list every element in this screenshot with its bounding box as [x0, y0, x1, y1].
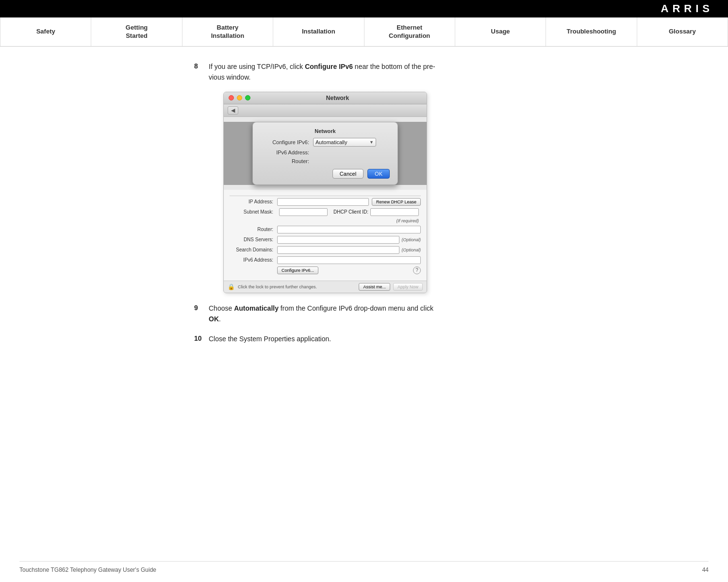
- search-domains-label: Search Domains:: [230, 247, 273, 252]
- nav-usage[interactable]: Usage: [455, 17, 546, 46]
- step-9: 9 Choose Automatically from the Configur…: [194, 303, 699, 325]
- step-10-text: Close the System Properties application.: [209, 333, 331, 344]
- screenshot-container: Network ◀ Network Configure IPv6: Automa…: [223, 92, 427, 293]
- step-10-number: 10: [194, 333, 209, 344]
- step-9-text-middle: from the Configure IPv6 drop-down menu a…: [279, 304, 433, 312]
- modal-title: Network: [261, 128, 390, 134]
- router-row: Router:: [230, 226, 421, 233]
- modal-configure-label: Configure IPv6:: [261, 139, 309, 145]
- step-8: 8 If you are using TCP/IPv6, click Confi…: [194, 61, 699, 83]
- router-field: [277, 226, 421, 233]
- nav-getting-started[interactable]: GettingStarted: [91, 17, 182, 46]
- search-domains-row: Search Domains: (Optional): [230, 246, 421, 254]
- nav-ethernet-configuration[interactable]: EthernetConfiguration: [364, 17, 455, 46]
- nav-battery-installation[interactable]: BatteryInstallation: [182, 17, 273, 46]
- modal-ipv6-address-row: IPv6 Address:: [261, 150, 390, 155]
- ip-address-field: [277, 198, 369, 206]
- footer-guide-title: Touchstone TG862 Telephony Gateway User'…: [19, 566, 156, 573]
- ipv6-address-row: IPv6 Address:: [230, 256, 421, 264]
- footer-page-number: 44: [702, 566, 709, 573]
- modal-buttons: Cancel OK: [261, 169, 390, 179]
- mac-minimize-button[interactable]: [237, 95, 242, 100]
- mac-nav-bar: ◀: [224, 104, 427, 117]
- router-label: Router:: [230, 227, 273, 232]
- footer: Touchstone TG862 Telephony Gateway User'…: [0, 561, 728, 573]
- dropdown-arrow-icon: ▼: [369, 140, 374, 145]
- ipv6-modal-overlay: Network Configure IPv6: Automatically ▼ …: [224, 122, 427, 185]
- modal-configure-value: Automatically: [315, 139, 347, 145]
- dns-servers-row: DNS Servers: (Optional): [230, 236, 421, 244]
- apply-now-button[interactable]: Apply Now: [393, 283, 423, 291]
- search-domains-field: [277, 246, 399, 254]
- step-9-bold-ok: OK: [209, 315, 219, 323]
- step-8-text: If you are using TCP/IPv6, click Configu…: [209, 61, 435, 83]
- dns-servers-label: DNS Servers:: [230, 237, 273, 242]
- subnet-mask-row: Subnet Mask: DHCP Client ID:: [230, 208, 421, 216]
- step-8-text-before: If you are using TCP/IPv6, click: [209, 63, 305, 70]
- footer-divider: [19, 561, 709, 562]
- step-9-bold: Automatically: [234, 304, 279, 312]
- mac-close-button[interactable]: [229, 95, 234, 100]
- step-9-text-after: .: [219, 315, 221, 323]
- lock-bar: 🔒 Click the lock to prevent further chan…: [224, 281, 427, 293]
- navigation: Safety GettingStarted BatteryInstallatio…: [0, 17, 728, 47]
- ip-address-row: IP Address: Renew DHCP Lease: [230, 198, 421, 206]
- step-9-text-before: Choose: [209, 304, 234, 312]
- nav-glossary[interactable]: Glossary: [637, 17, 728, 46]
- bottom-buttons: Assist me... Apply Now: [359, 283, 423, 291]
- modal-router-row: Router:: [261, 158, 390, 164]
- configure-ipv6-row: Configure IPv6... ?: [230, 266, 421, 274]
- step-10: 10 Close the System Properties applicati…: [194, 333, 699, 344]
- step-8-number: 8: [194, 61, 209, 83]
- arris-logo: ARRIS: [661, 2, 713, 15]
- step-8-bold: Configure IPv6: [305, 63, 353, 70]
- mac-titlebar: Network: [224, 92, 427, 104]
- if-required-row: (If required): [230, 218, 421, 223]
- ipv6-modal-sheet: Network Configure IPv6: Automatically ▼ …: [252, 122, 398, 185]
- section-divider: [230, 196, 421, 196]
- nav-battery-installation-label: BatteryInstallation: [211, 24, 245, 40]
- nav-safety[interactable]: Safety: [0, 17, 91, 46]
- dns-servers-field: [277, 236, 399, 244]
- ipv6-address-label: IPv6 Address:: [230, 257, 273, 263]
- modal-router-label: Router:: [261, 158, 309, 164]
- step-9-text: Choose Automatically from the Configure …: [209, 303, 433, 325]
- lock-bar-text: Click the lock to prevent further change…: [238, 284, 317, 289]
- lock-icon[interactable]: 🔒: [228, 283, 235, 290]
- modal-configure-dropdown[interactable]: Automatically ▼: [313, 138, 376, 147]
- subnet-mask-field: [279, 208, 328, 216]
- mac-maximize-button[interactable]: [245, 95, 250, 100]
- dhcp-client-id-field: [370, 208, 419, 216]
- assist-me-button[interactable]: Assist me...: [359, 283, 390, 291]
- help-circle-icon[interactable]: ?: [413, 266, 421, 274]
- subnet-mask-label: Subnet Mask:: [230, 209, 273, 215]
- ip-address-label: IP Address:: [230, 199, 273, 204]
- main-content: 8 If you are using TCP/IPv6, click Confi…: [0, 47, 728, 372]
- modal-configure-row: Configure IPv6: Automatically ▼: [261, 138, 390, 147]
- configure-ipv6-button[interactable]: Configure IPv6...: [277, 266, 318, 274]
- footer-content: Touchstone TG862 Telephony Gateway User'…: [19, 566, 709, 573]
- nav-ethernet-configuration-label: EthernetConfiguration: [389, 24, 430, 40]
- window-title: Network: [253, 95, 422, 101]
- network-settings-panel: IP Address: Renew DHCP Lease Subnet Mask…: [224, 190, 427, 281]
- renew-dhcp-button[interactable]: Renew DHCP Lease: [372, 198, 421, 206]
- modal-ok-button[interactable]: OK: [367, 169, 390, 179]
- modal-cancel-button[interactable]: Cancel: [332, 169, 364, 179]
- mac-back-button[interactable]: ◀: [228, 106, 238, 115]
- dns-optional-text: (Optional): [401, 237, 421, 242]
- nav-getting-started-label: GettingStarted: [126, 24, 148, 40]
- if-required-text: (If required): [396, 218, 419, 223]
- nav-installation[interactable]: Installation: [273, 17, 364, 46]
- header: ARRIS: [0, 0, 728, 17]
- search-optional-text: (Optional): [401, 248, 421, 252]
- dhcp-client-id-label: DHCP Client ID:: [333, 209, 368, 215]
- nav-troubleshooting[interactable]: Troubleshooting: [546, 17, 637, 46]
- step-9-number: 9: [194, 303, 209, 325]
- modal-ipv6-address-label: IPv6 Address:: [261, 150, 309, 155]
- ipv6-address-field: [277, 256, 421, 264]
